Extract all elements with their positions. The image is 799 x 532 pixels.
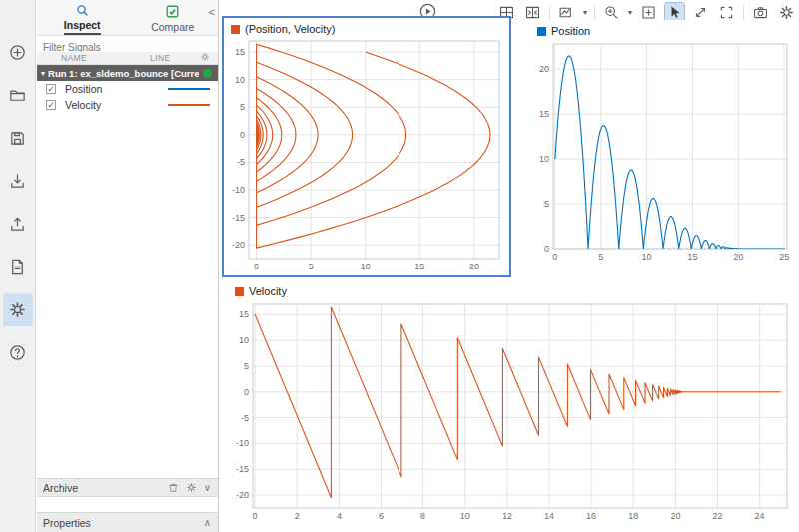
folder-icon xyxy=(8,86,27,105)
add-icon xyxy=(8,43,27,62)
velocity-line-swatch[interactable] xyxy=(168,104,210,106)
svg-text:10: 10 xyxy=(361,262,371,271)
run-row[interactable]: ▾ Run 1: ex_sldemo_bounce [Current] xyxy=(37,65,218,81)
preferences-button[interactable] xyxy=(3,293,33,326)
svg-text:-5: -5 xyxy=(241,413,249,423)
legend-swatch xyxy=(235,287,244,296)
svg-text:0: 0 xyxy=(253,511,258,521)
svg-text:0: 0 xyxy=(552,252,557,262)
table-settings-gear-icon[interactable] xyxy=(200,52,218,64)
browser-tabs: Inspect Compare < xyxy=(37,0,218,36)
toolbar-separator xyxy=(594,5,595,20)
svg-text:24: 24 xyxy=(755,511,765,521)
column-name: NAME xyxy=(37,53,150,63)
svg-text:5: 5 xyxy=(598,252,603,262)
zoom-in-icon xyxy=(603,4,620,21)
svg-text:-20: -20 xyxy=(236,490,249,500)
position-plot-chart[interactable]: 051015202505101520 xyxy=(530,38,795,266)
add-button[interactable] xyxy=(3,36,33,69)
report-button[interactable] xyxy=(3,251,33,283)
velocity-checkbox[interactable]: ✓ xyxy=(46,100,56,110)
export-button[interactable] xyxy=(3,208,33,241)
pointer-icon xyxy=(666,4,683,21)
tab-compare[interactable]: Compare xyxy=(128,0,219,35)
signal-name-position: Position xyxy=(65,83,168,95)
toolbar-separator xyxy=(549,5,550,20)
legend-swatch xyxy=(537,27,546,36)
save-button[interactable] xyxy=(3,122,33,155)
svg-text:16: 16 xyxy=(586,511,596,521)
signal-table-header: NAME LINE xyxy=(37,52,218,65)
velocity-plot-panel[interactable]: Velocity 024681012141618202224-20-15-10-… xyxy=(228,280,795,525)
position-plot-legend: Position xyxy=(530,20,795,38)
column-line: LINE xyxy=(150,53,200,63)
svg-text:20: 20 xyxy=(539,64,549,74)
svg-text:-10: -10 xyxy=(236,438,249,448)
svg-text:18: 18 xyxy=(628,511,638,521)
import-button[interactable] xyxy=(3,165,33,198)
archive-settings-gear-icon[interactable] xyxy=(186,482,197,493)
svg-text:20: 20 xyxy=(469,262,479,271)
velocity-plot-chart[interactable]: 024681012141618202224-20-15-10-5051015 xyxy=(228,298,795,525)
svg-text:12: 12 xyxy=(502,511,512,521)
fullscreen-brackets-icon xyxy=(718,4,735,21)
camera-icon xyxy=(752,4,769,21)
svg-text:25: 25 xyxy=(779,252,789,262)
position-line-swatch[interactable] xyxy=(168,88,210,90)
velocity-plot-legend: Velocity xyxy=(228,280,795,298)
properties-section-bar[interactable]: Properties ∧ xyxy=(37,512,218,532)
svg-text:15: 15 xyxy=(539,109,549,119)
help-icon xyxy=(8,343,27,362)
report-icon xyxy=(8,258,27,276)
open-button[interactable] xyxy=(3,79,33,112)
signal-name-velocity: Velocity xyxy=(65,99,168,111)
help-button[interactable] xyxy=(3,336,33,369)
svg-text:0: 0 xyxy=(544,244,549,254)
position-plot-title: Position xyxy=(551,25,590,37)
svg-text:15: 15 xyxy=(414,262,424,271)
svg-text:15: 15 xyxy=(239,309,249,319)
tab-inspect[interactable]: Inspect xyxy=(37,0,128,35)
svg-text:20: 20 xyxy=(733,252,743,262)
svg-text:20: 20 xyxy=(670,511,680,521)
svg-text:10: 10 xyxy=(235,75,245,85)
zoom-options-caret-icon[interactable]: ▾ xyxy=(628,8,632,17)
filter-signals-row xyxy=(37,37,218,52)
tab-inspect-label: Inspect xyxy=(64,19,101,35)
svg-text:6: 6 xyxy=(379,511,384,521)
trash-icon[interactable] xyxy=(168,482,179,493)
archive-collapse-chevron-icon[interactable]: ∨ xyxy=(204,482,211,493)
collapse-panel-button[interactable]: < xyxy=(209,6,215,18)
run-expand-caret[interactable]: ▾ xyxy=(41,69,45,78)
run-status-badge xyxy=(203,69,212,78)
plot-area: ▾ ▾ xyxy=(219,0,799,532)
phase-plot-panel[interactable]: (Position, Velocity) 05101520-20-15-10-5… xyxy=(222,16,511,277)
svg-text:14: 14 xyxy=(544,511,554,521)
svg-text:-20: -20 xyxy=(232,240,245,250)
svg-text:22: 22 xyxy=(712,511,722,521)
svg-text:-5: -5 xyxy=(237,157,245,167)
position-checkbox[interactable]: ✓ xyxy=(46,84,56,94)
svg-text:0: 0 xyxy=(240,130,245,140)
run-label: Run 1: ex_sldemo_bounce [Current] xyxy=(48,68,199,79)
archive-section-bar[interactable]: Archive ∨ xyxy=(37,478,218,497)
svg-text:5: 5 xyxy=(309,262,314,271)
position-plot-panel[interactable]: Position 051015202505101520 xyxy=(530,20,795,266)
plot-type-caret-icon[interactable]: ▾ xyxy=(583,8,587,17)
svg-text:5: 5 xyxy=(544,199,549,209)
archive-label: Archive xyxy=(37,482,168,494)
svg-text:15: 15 xyxy=(687,252,697,262)
svg-text:15: 15 xyxy=(235,47,245,57)
signal-row-position[interactable]: ✓ Position xyxy=(37,81,218,97)
svg-text:10: 10 xyxy=(239,335,249,345)
pan-diagonal-arrows-icon xyxy=(692,4,709,21)
signal-row-velocity[interactable]: ✓ Velocity xyxy=(37,97,218,113)
svg-text:-10: -10 xyxy=(232,185,245,195)
properties-expand-chevron-icon[interactable]: ∧ xyxy=(204,517,211,528)
inspect-magnifier-icon xyxy=(75,4,90,17)
svg-text:4: 4 xyxy=(337,511,342,521)
gear-icon xyxy=(8,300,27,319)
tab-compare-label: Compare xyxy=(151,21,194,35)
fit-to-view-icon xyxy=(640,4,657,21)
phase-plot-chart[interactable]: 05101520-20-15-10-5051015 xyxy=(224,36,509,275)
